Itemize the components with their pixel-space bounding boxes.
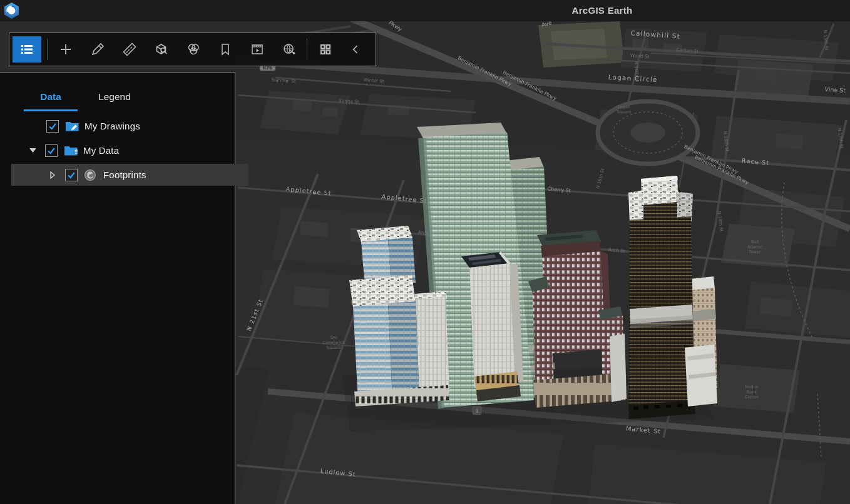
svg-text:Bank: Bank [747, 390, 757, 395]
title-bar: ArcGIS Earth [0, 0, 850, 21]
plus-icon [58, 42, 73, 57]
active-tab-underline [24, 109, 78, 111]
bookmark-icon [218, 42, 233, 57]
analysis-button[interactable] [145, 36, 177, 63]
tree-item-footprints[interactable]: Footprints [11, 164, 248, 186]
tree-item-my-drawings[interactable]: My Drawings [0, 114, 235, 138]
data-folder-icon [64, 144, 78, 157]
tree-item-label: My Drawings [84, 121, 140, 131]
bookmarks-button[interactable] [209, 36, 241, 63]
checkbox-footprints[interactable] [65, 169, 78, 181]
app-title: ArcGIS Earth [572, 5, 633, 16]
check-icon [48, 122, 57, 131]
tab-data[interactable]: Data [24, 91, 78, 103]
panel-tabs: Data Legend [0, 73, 235, 114]
movie-frame-icon [250, 42, 265, 57]
drawings-folder-icon [65, 120, 79, 133]
svg-text:Center: Center [745, 395, 759, 400]
measure-button[interactable] [113, 36, 145, 63]
caret-down-icon[interactable] [28, 148, 38, 153]
arcgis-earth-window: { "titlebar": { "app_title": "ArcGIS Ear… [0, 0, 850, 504]
building-dark-bronze-tower[interactable] [628, 176, 695, 419]
table-of-contents-button[interactable] [13, 36, 41, 63]
share-button[interactable] [273, 36, 305, 63]
tree-item-my-data[interactable]: My Data [0, 138, 235, 163]
ruler-icon [122, 42, 137, 57]
svg-text:Tower: Tower [749, 249, 761, 255]
main-toolbar [9, 33, 376, 66]
animation-button[interactable] [241, 36, 273, 63]
draw-button[interactable] [81, 36, 113, 63]
collapse-toolbar-button[interactable] [341, 36, 369, 63]
svg-text:Mellon: Mellon [745, 385, 758, 390]
apps-button[interactable] [309, 36, 341, 63]
svg-text:Bell: Bell [751, 239, 759, 244]
building-white-lowrise[interactable] [610, 334, 627, 402]
caret-right-icon[interactable] [48, 171, 58, 179]
scene-layer-icon [84, 169, 98, 181]
check-icon [67, 171, 76, 179]
add-data-button[interactable] [49, 36, 81, 63]
tree-item-label: My Data [83, 145, 119, 156]
data-panel: Data Legend My Drawings [0, 72, 235, 504]
cube-search-icon [154, 42, 169, 57]
toolbar-separator [307, 39, 307, 60]
check-icon [47, 146, 56, 155]
grid-icon [318, 42, 333, 57]
svg-text:Commerce: Commerce [322, 340, 344, 345]
overlapping-circles-icon [186, 42, 201, 57]
globe-share-icon [282, 42, 297, 57]
chevron-left-icon [349, 43, 362, 56]
basemap-button[interactable] [177, 36, 209, 63]
pencil-icon [90, 42, 105, 57]
svg-text:Square: Square [617, 109, 632, 114]
tab-legend[interactable]: Legend [88, 91, 141, 103]
tree-item-label: Footprints [103, 169, 146, 180]
svg-text:Logan: Logan [618, 104, 630, 109]
svg-text:Vine St: Vine St [824, 86, 846, 94]
checkbox-my-data[interactable] [45, 144, 58, 157]
building-white-slab[interactable] [685, 345, 717, 406]
logan-circle [598, 101, 698, 164]
svg-text:Atlantic: Atlantic [747, 244, 763, 249]
svg-text:Square: Square [327, 345, 341, 350]
svg-text:Two: Two [329, 335, 337, 340]
checkbox-my-drawings[interactable] [46, 120, 59, 133]
toolbar-separator [47, 39, 48, 60]
arcgis-earth-logo-icon [3, 2, 20, 19]
list-icon [19, 42, 34, 57]
